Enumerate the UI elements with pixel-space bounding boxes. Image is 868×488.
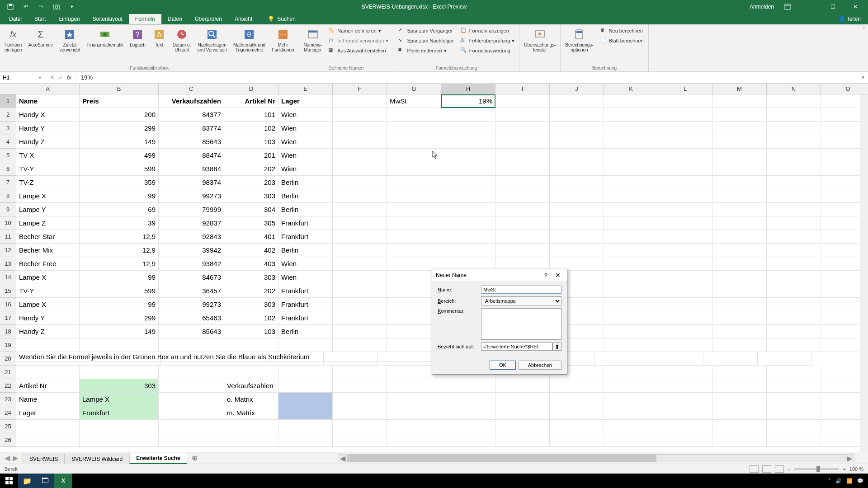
cell-L11[interactable] <box>658 230 712 244</box>
cell-G1[interactable]: MwSt <box>387 94 441 108</box>
tray-up-icon[interactable]: ˄ <box>828 478 831 484</box>
cell-A12[interactable]: Becher Mix <box>16 244 80 257</box>
cell-N18[interactable] <box>767 325 821 338</box>
cell-K6[interactable] <box>604 162 658 176</box>
cell-J24[interactable] <box>550 406 604 420</box>
cell-F21[interactable] <box>333 366 387 379</box>
cell-N22[interactable] <box>767 379 821 393</box>
cell-L26[interactable] <box>658 433 712 447</box>
cell-B19[interactable] <box>80 338 159 352</box>
row-header-19[interactable]: 19 <box>0 338 16 352</box>
app-icon[interactable]: 🗔 <box>36 474 54 488</box>
cell-I24[interactable] <box>495 406 550 420</box>
cell-I6[interactable] <box>495 162 550 176</box>
cell-L15[interactable] <box>658 284 712 298</box>
accept-formula-icon[interactable]: ✓ <box>58 74 63 81</box>
cell-N12[interactable] <box>767 244 821 257</box>
cell-N25[interactable] <box>767 420 821 433</box>
cell-L17[interactable] <box>658 311 712 325</box>
cell-K21[interactable] <box>604 366 658 379</box>
calc-options-button[interactable]: Berechnungs- optionen <box>563 26 595 53</box>
cell-E3[interactable]: Wien <box>278 122 333 135</box>
cell-J11[interactable] <box>550 230 604 244</box>
watch-window-button[interactable]: Überwachungs- fenster <box>522 26 557 53</box>
cell-H7[interactable] <box>441 176 495 189</box>
cell-G12[interactable] <box>387 244 441 257</box>
cell-C3[interactable]: 83774 <box>159 122 224 135</box>
cell-J2[interactable] <box>550 108 604 122</box>
cell-L12[interactable] <box>658 244 712 257</box>
row-header-4[interactable]: 4 <box>0 135 16 149</box>
col-header-J[interactable]: J <box>550 84 604 94</box>
row-header-23[interactable]: 23 <box>0 393 16 406</box>
cell-B11[interactable]: 12,9 <box>80 230 159 244</box>
dialog-close-icon[interactable]: ✕ <box>552 272 563 279</box>
zoom-level[interactable]: 100 % <box>849 466 863 472</box>
cell-A9[interactable]: Lampe Y <box>16 203 80 216</box>
cell-D7[interactable]: 203 <box>224 176 278 189</box>
cell-I26[interactable] <box>495 433 550 447</box>
cell-E13[interactable]: Wien <box>278 257 333 271</box>
cell-A26[interactable] <box>16 433 80 447</box>
cell-M26[interactable] <box>712 433 767 447</box>
cell-F19[interactable] <box>333 338 387 352</box>
cell-A17[interactable]: Handy Y <box>16 311 80 325</box>
cell-J25[interactable] <box>550 420 604 433</box>
cell-I7[interactable] <box>495 176 550 189</box>
scope-select[interactable]: Arbeitsmappe <box>481 296 561 305</box>
cell-A8[interactable]: Lampe X <box>16 189 80 203</box>
cell-A3[interactable]: Handy Y <box>16 122 80 135</box>
cell-B12[interactable]: 12,9 <box>80 244 159 257</box>
cell-L13[interactable] <box>658 257 712 271</box>
cell-F2[interactable] <box>333 108 387 122</box>
text-functions-button[interactable]: A Text <box>150 26 168 48</box>
cell-L22[interactable] <box>658 379 712 393</box>
cell-D1[interactable]: Artikel Nr <box>224 94 278 108</box>
network-icon[interactable]: 📶 <box>846 478 853 484</box>
cell-F12[interactable] <box>333 244 387 257</box>
sheet-tab-0[interactable]: SVERWEIS <box>23 454 65 464</box>
row-header-26[interactable]: 26 <box>0 433 16 447</box>
cell-K10[interactable] <box>604 216 658 230</box>
cell-K15[interactable] <box>604 284 658 298</box>
col-header-O[interactable]: O <box>821 84 868 94</box>
cell-F8[interactable] <box>333 189 387 203</box>
cell-L4[interactable] <box>658 135 712 149</box>
cell-K14[interactable] <box>604 271 658 284</box>
cell-A19[interactable] <box>16 338 80 352</box>
col-header-D[interactable]: D <box>224 84 278 94</box>
cell-F14[interactable] <box>333 271 387 284</box>
minimize-icon[interactable]: — <box>801 0 819 14</box>
cell-E1[interactable]: Lager <box>278 94 333 108</box>
cell-B17[interactable]: 299 <box>80 311 159 325</box>
cell-A15[interactable]: TV-Y <box>16 284 80 298</box>
lookup-button[interactable]: Nachschlagen und Verweisen <box>195 26 229 53</box>
cell-A4[interactable]: Handy Z <box>16 135 80 149</box>
cell-M17[interactable] <box>712 311 767 325</box>
cell-G6[interactable] <box>387 162 441 176</box>
cell-A16[interactable]: Lampe X <box>16 298 80 311</box>
sheet-nav-prev-icon[interactable]: ◀ <box>5 454 10 462</box>
cell-D13[interactable]: 403 <box>224 257 278 271</box>
cell-M7[interactable] <box>712 176 767 189</box>
cell-K9[interactable] <box>604 203 658 216</box>
cell-K4[interactable] <box>604 135 658 149</box>
menu-ansicht[interactable]: Ansicht <box>228 14 259 24</box>
cell-B6[interactable]: 599 <box>80 162 159 176</box>
cell-L20[interactable] <box>595 352 649 366</box>
name-manager-button[interactable]: Namens- Manager <box>302 26 324 53</box>
cell-B24[interactable]: Frankfurt <box>80 406 159 420</box>
cell-N2[interactable] <box>767 108 821 122</box>
cell-H5[interactable] <box>441 149 495 162</box>
cell-E7[interactable]: Berlin <box>278 176 333 189</box>
cell-B18[interactable]: 149 <box>80 325 159 338</box>
cell-N26[interactable] <box>767 433 821 447</box>
math-button[interactable]: θ Mathematik und Trigonometrie <box>231 26 267 53</box>
cell-C9[interactable]: 79999 <box>159 203 224 216</box>
cell-E26[interactable] <box>278 433 333 447</box>
cell-K8[interactable] <box>604 189 658 203</box>
cell-D5[interactable]: 201 <box>224 149 278 162</box>
col-header-K[interactable]: K <box>604 84 658 94</box>
cell-G22[interactable] <box>387 379 441 393</box>
cell-D14[interactable]: 303 <box>224 271 278 284</box>
